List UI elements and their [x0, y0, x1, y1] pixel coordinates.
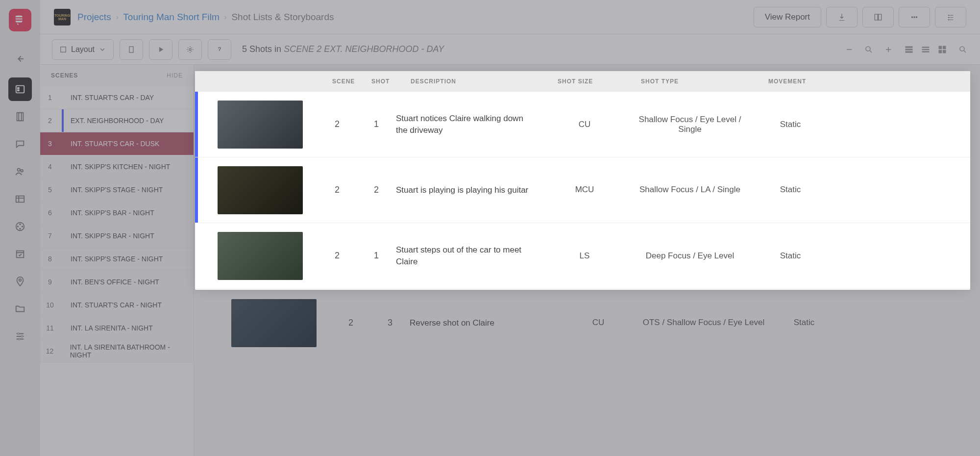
- table-header: SCENE SHOT DESCRIPTION SHOT SIZE SHOT TY…: [195, 71, 970, 92]
- cell-shot: 3: [370, 318, 410, 328]
- cell-description[interactable]: Stuart notices Claire walking down the d…: [396, 113, 543, 136]
- scene-name: INT. STUART'S CAR - NIGHT: [71, 301, 162, 309]
- cell-shot-type[interactable]: Shallow Focus / Eye Level / Single: [626, 115, 754, 134]
- nav-calendar-icon[interactable]: [8, 242, 32, 266]
- scene-row[interactable]: 7INT. SKIPP'S BAR - NIGHT: [40, 225, 194, 248]
- checklist-button[interactable]: [935, 7, 966, 27]
- shot-thumbnail[interactable]: [218, 101, 303, 149]
- back-icon[interactable]: [8, 47, 32, 71]
- help-button[interactable]: ?: [208, 39, 231, 60]
- cell-movement[interactable]: Static: [754, 251, 827, 261]
- nav-chat-icon[interactable]: [8, 132, 32, 156]
- app-logo[interactable]: [9, 9, 31, 31]
- svg-point-15: [18, 333, 20, 335]
- nav-reel-icon[interactable]: [8, 215, 32, 238]
- shot-thumbnail[interactable]: [218, 232, 303, 280]
- shot-row[interactable]: 2 2 Stuart is playing is playing his gui…: [195, 157, 970, 223]
- cell-shot-type[interactable]: Deep Focus / Eye Level: [626, 251, 754, 261]
- svg-rect-2: [18, 90, 20, 91]
- scene-name: INT. STUART'S CAR - DAY: [71, 94, 154, 101]
- scene-number: 4: [45, 163, 55, 171]
- cell-shot-type[interactable]: OTS / Shallow Focus / Eye Level: [640, 318, 767, 328]
- cell-movement[interactable]: Static: [754, 120, 827, 129]
- breadcrumb: Projects › Touring Man Short Film › Shot…: [77, 12, 334, 23]
- layout-button[interactable]: Layout: [52, 39, 114, 60]
- view-grid-icon[interactable]: [936, 44, 949, 55]
- drag-handle-icon[interactable]: [198, 253, 218, 259]
- scene-row[interactable]: 5INT. SKIPP'S STAGE - NIGHT: [40, 178, 194, 202]
- nav-settings-icon[interactable]: [8, 325, 32, 348]
- scene-name: INT. SKIPP'S KITCHEN - NIGHT: [71, 163, 170, 171]
- scene-number: 6: [45, 209, 55, 217]
- svg-rect-29: [906, 49, 913, 50]
- nav-shotlist-icon[interactable]: [8, 77, 32, 101]
- nav-script-icon[interactable]: [8, 105, 32, 128]
- cell-shot-size[interactable]: MCU: [543, 185, 626, 195]
- drag-handle-icon[interactable]: [198, 121, 218, 128]
- svg-rect-37: [943, 50, 946, 53]
- scene-row[interactable]: 12INT. LA SIRENITA BATHROOM - NIGHT: [40, 340, 194, 363]
- scene-row[interactable]: 6INT. SKIPP'S BAR - NIGHT: [40, 202, 194, 225]
- shot-row[interactable]: 2 1 Stuart notices Claire walking down t…: [195, 92, 970, 157]
- scene-panel-hide[interactable]: HIDE: [167, 72, 183, 79]
- cell-movement[interactable]: Static: [767, 318, 841, 328]
- scene-number: 3: [45, 140, 55, 148]
- drag-handle-icon[interactable]: [198, 187, 218, 194]
- svg-rect-31: [922, 47, 930, 48]
- project-thumbnail[interactable]: TOURING MAN: [54, 9, 71, 25]
- drag-handle-icon[interactable]: [212, 320, 231, 327]
- gear-button[interactable]: [178, 39, 202, 60]
- scene-row[interactable]: 11INT. LA SIRENITA - NIGHT: [40, 317, 194, 340]
- zoom-out-icon[interactable]: [844, 44, 855, 55]
- scene-row[interactable]: 1INT. STUART'S CAR - DAY: [40, 86, 194, 109]
- scene-row[interactable]: 10INT. STUART'S CAR - NIGHT: [40, 294, 194, 317]
- svg-rect-33: [922, 51, 930, 52]
- scene-row[interactable]: 4INT. SKIPP'S KITCHEN - NIGHT: [40, 155, 194, 178]
- page-button[interactable]: [120, 39, 143, 60]
- cell-shot: 1: [357, 119, 396, 129]
- scene-row[interactable]: 8INT. SKIPP'S STAGE - NIGHT: [40, 248, 194, 271]
- search-icon[interactable]: [957, 44, 968, 55]
- shot-thumbnail[interactable]: [231, 299, 317, 347]
- more-button[interactable]: [899, 7, 930, 27]
- export-pdf-button[interactable]: [826, 7, 858, 27]
- scene-number: 12: [45, 347, 54, 355]
- nav-location-icon[interactable]: [8, 270, 32, 293]
- nav-contacts-icon[interactable]: [8, 160, 32, 183]
- cell-shot-size[interactable]: CU: [543, 120, 626, 129]
- svg-rect-28: [906, 46, 913, 48]
- scene-row[interactable]: 2EXT. NEIGHBORHOOD - DAY: [40, 109, 194, 132]
- breadcrumb-project[interactable]: Touring Man Short Film: [123, 12, 219, 23]
- cell-scene: 2: [318, 251, 357, 261]
- view-report-button[interactable]: View Report: [754, 7, 821, 27]
- cell-description[interactable]: Stuart steps out of the car to meet Clai…: [396, 244, 543, 268]
- shot-thumbnail[interactable]: [218, 166, 303, 214]
- svg-rect-19: [879, 14, 882, 20]
- shot-row[interactable]: 2 1 Stuart steps out of the car to meet …: [195, 223, 970, 289]
- cell-movement[interactable]: Static: [754, 185, 827, 195]
- zoom-icon[interactable]: [863, 44, 874, 55]
- cell-scene: 2: [318, 119, 357, 129]
- view-rows-icon[interactable]: [919, 44, 932, 55]
- shot-row[interactable]: 2 3 Reverse shot on Claire CU OTS / Shal…: [209, 290, 970, 356]
- zoom-in-icon[interactable]: [883, 44, 894, 55]
- col-shot: SHOT: [371, 78, 411, 85]
- scene-row[interactable]: 3INT. STUART'S CAR - DUSK: [40, 132, 194, 155]
- cell-shot-size[interactable]: CU: [557, 318, 640, 328]
- svg-rect-7: [16, 196, 24, 203]
- breadcrumb-projects[interactable]: Projects: [77, 12, 111, 23]
- cell-description[interactable]: Reverse shot on Claire: [410, 317, 557, 329]
- view-list-icon[interactable]: [903, 44, 915, 55]
- shot-count: 5 Shots in SCENE 2 EXT. NEIGHBORHOOD - D…: [242, 44, 444, 54]
- cell-shot-size[interactable]: LS: [543, 251, 626, 261]
- cell-description[interactable]: Stuart is playing is playing his guitar: [396, 184, 543, 196]
- scene-row[interactable]: 9INT. BEN'S OFFICE - NIGHT: [40, 271, 194, 294]
- nav-breakdown-icon[interactable]: [8, 187, 32, 211]
- nav-files-icon[interactable]: [8, 297, 32, 321]
- left-rail: [0, 0, 40, 456]
- storyboard-button[interactable]: [862, 7, 894, 27]
- svg-point-10: [17, 226, 19, 228]
- play-button[interactable]: [149, 39, 172, 60]
- svg-point-21: [914, 16, 915, 17]
- cell-shot-type[interactable]: Shallow Focus / LA / Single: [626, 185, 754, 195]
